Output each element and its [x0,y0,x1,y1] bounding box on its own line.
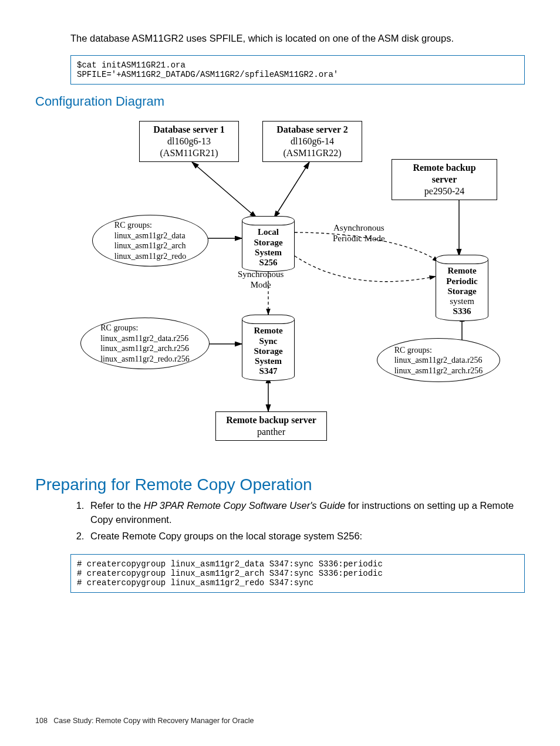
rc1-l3: linux_asm11gr2_redo [114,252,186,261]
svg-line-1 [274,162,309,218]
rc1-l2: linux_asm11gr2_arch [114,241,186,250]
local-l3: System [255,248,282,257]
rsync-l2: Sync [259,336,278,346]
rper-l2: Periodic [446,276,477,286]
step-1: Refer to the HP 3PAR Remote Copy Softwar… [87,499,525,527]
db1-host: dl160g6-13 [167,136,211,146]
node-rc-groups-local: RC groups: linux_asm11gr2_data linux_asm… [92,215,208,266]
db1-instance: (ASM11GR21) [160,148,218,158]
rc1-title: RC groups: [114,221,152,229]
footer-chapter: Case Study: Remote Copy with Recovery Ma… [53,717,254,725]
db2-host: dl160g6-14 [291,136,334,146]
node-remote-sync-storage: Remote Sync Storage System S347 [242,315,295,380]
steps-list: Refer to the HP 3PAR Remote Copy Softwar… [70,499,525,544]
rc1-l1: linux_asm11gr2_data [114,231,185,240]
node-local-storage: Local Storage System S256 [242,216,295,272]
rsync-l4: System [255,356,282,366]
db1-title: Database server 1 [153,124,224,134]
rbs2-title: Remote backup server [226,415,316,425]
db2-instance: (ASM11GR22) [284,148,342,158]
heading-config-diagram: Configuration Diagram [35,94,525,109]
local-l2: Storage [254,238,282,247]
rbs1-title: Remote backup server [413,163,475,184]
rper-l5: S336 [453,306,471,316]
label-sync-mode: Synchronous Mode [238,269,284,290]
heading-preparing-remote-copy: Preparing for Remote Copy Operation [35,475,525,494]
rc3-l2: linux_asm11gr2_arch.r256 [394,366,483,375]
page-footer: 108 Case Study: Remote Copy with Recover… [35,717,254,725]
node-rc-groups-periodic: RC groups: linux_asm11gr2_data.r256 linu… [377,338,500,382]
rbs2-host: panther [257,427,285,437]
step1-guide-title: HP 3PAR Remote Copy Software User's Guid… [144,500,345,511]
rsync-l3: Storage [254,346,282,356]
step-2: Create Remote Copy groups on the local s… [87,529,525,544]
rc3-title: RC groups: [394,346,432,355]
footer-page-number: 108 [35,717,48,725]
rc2-l2: linux_asm11gr2_arch.r256 [100,344,189,353]
code-block-spfile: $cat initASM11GR21.ora SPFILE='+ASM11GR2… [70,55,525,85]
configuration-diagram: Database server 1 dl160g6-13 (ASM11GR21)… [63,115,497,461]
rc2-l3: linux_asm11gr2_redo.r256 [100,355,190,363]
node-rc-groups-sync: RC groups: linux_asm11gr2_data.r256 linu… [80,318,210,369]
svg-line-0 [192,162,257,218]
rc3-l1: linux_asm11gr2_data.r256 [394,356,483,364]
rper-l3: Storage [447,286,476,296]
node-remote-backup-pe2950: Remote backup server pe2950-24 [392,159,497,200]
node-remote-periodic-storage: Remote Periodic Storage system S336 [436,255,488,320]
node-remote-backup-panther: Remote backup server panther [215,411,327,441]
rc2-title: RC groups: [100,323,138,332]
local-l4: S256 [259,258,278,267]
rc2-l1: linux_asm11gr2_data.r256 [100,334,188,343]
label-async-mode: Asynchronous Periodic Mode [333,222,385,244]
db2-title: Database server 2 [276,124,348,134]
code-block-creatercopygroup: # creatercopygroup linux_asm11gr2_data S… [70,554,525,593]
rper-l4: system [450,296,474,306]
local-l1: Local [258,227,279,237]
rper-l1: Remote [447,266,476,275]
step1-pre: Refer to the [90,500,144,511]
node-db-server-2: Database server 2 dl160g6-14 (ASM11GR22) [262,121,362,162]
node-db-server-1: Database server 1 dl160g6-13 (ASM11GR21) [139,121,239,162]
intro-text: The database ASM11GR2 uses SPFILE, which… [70,32,525,45]
rsync-l1: Remote [254,326,282,335]
rbs1-host: pe2950-24 [424,186,464,196]
rsync-l5: S347 [259,366,278,376]
